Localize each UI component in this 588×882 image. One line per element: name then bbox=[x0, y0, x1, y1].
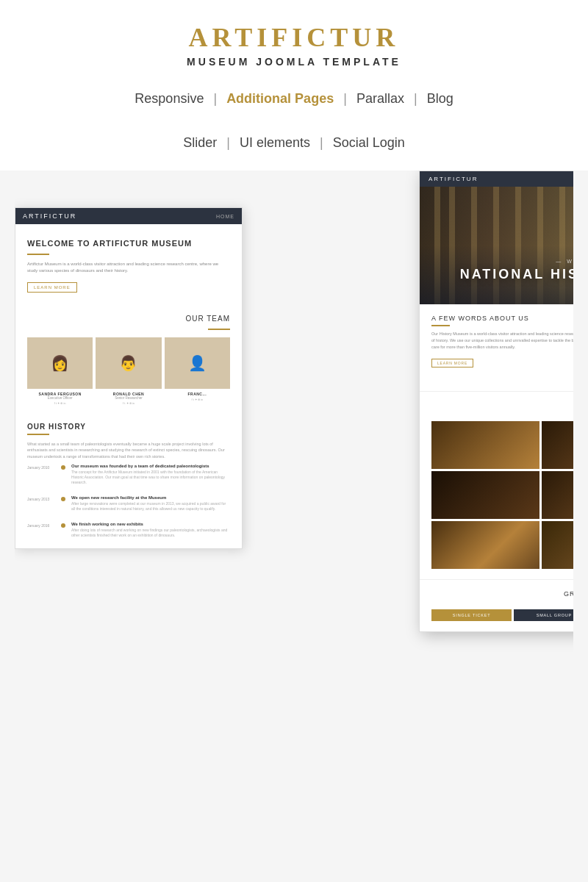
timeline-desc-3: After doing lots of research and working… bbox=[71, 528, 230, 538]
feature-parallax: Parallax bbox=[356, 91, 404, 106]
team-photos: 👩 👨 👤 bbox=[27, 337, 230, 389]
hero-dots bbox=[420, 294, 573, 298]
gallery-item-7[interactable] bbox=[542, 521, 573, 569]
team-member-info: SANDRA FERGUSON Executive Officer f t ✦ … bbox=[27, 392, 230, 405]
timeline-content-1: Our museum was founded by a team of dedi… bbox=[71, 464, 230, 490]
gallery-title: GALLERY bbox=[431, 402, 573, 409]
left-history-section: OUR HISTORY What started as a small team… bbox=[15, 412, 242, 542]
pricing-section: Group Pricing SINGLE TICKET SMALL GROUP … bbox=[420, 580, 573, 631]
left-nav-brand: ARTIFICTUR bbox=[23, 212, 76, 220]
hero-section: — WELCOME TO — NATIONAL HISTORICAL MUSEU… bbox=[420, 187, 573, 304]
timeline-date-1: January 2010 bbox=[27, 464, 55, 490]
gallery-item-4[interactable] bbox=[431, 471, 539, 519]
member-social-1: f t ✦ ⊕ in bbox=[27, 401, 93, 405]
left-welcome-section: WELCOME TO ARTIFICTUR MUSEUM Artifictur … bbox=[15, 224, 242, 307]
brand-subtitle: MUSEUM JOOMLA TEMPLATE bbox=[15, 56, 573, 68]
left-team-title: OUR TEAM bbox=[27, 315, 230, 323]
about-learn-btn[interactable]: LEARN MORE bbox=[431, 359, 473, 368]
team-person-icon-2: 👨 bbox=[96, 337, 161, 389]
pricing-tab-single[interactable]: SINGLE TICKET bbox=[431, 609, 512, 621]
about-underline bbox=[431, 325, 450, 326]
about-desc: Our History Museum is a world-class visi… bbox=[431, 331, 573, 350]
hero-title: NATIONAL HISTORICAL MUSEUM bbox=[420, 267, 573, 282]
timeline-title-1: Our museum was founded by a team of dedi… bbox=[71, 464, 230, 468]
timeline-item-1: January 2010 Our museum was founded by a… bbox=[27, 464, 230, 490]
left-welcome-title: WELCOME TO ARTIFICTUR MUSEUM bbox=[27, 239, 230, 248]
gallery-item-1[interactable] bbox=[431, 421, 539, 469]
timeline-title-2: We open new research facility at the Mus… bbox=[71, 495, 230, 500]
left-mockup: ARTIFICTUR HOME WELCOME TO ARTIFICTUR MU… bbox=[15, 207, 243, 549]
timeline: January 2010 Our museum was founded by a… bbox=[27, 464, 230, 542]
gallery-item-5[interactable] bbox=[542, 471, 573, 519]
preview-wrapper: ARTIFICTUR HOME WELCOME TO ARTIFICTUR MU… bbox=[15, 171, 573, 869]
feature-social-login: Social Login bbox=[333, 135, 405, 150]
feature-responsive: Responsive bbox=[135, 91, 204, 106]
left-history-title: OUR HISTORY bbox=[27, 423, 230, 431]
timeline-dot-2 bbox=[61, 497, 65, 501]
hero-text: — WELCOME TO — NATIONAL HISTORICAL MUSEU… bbox=[420, 259, 573, 282]
sep2: | bbox=[343, 91, 347, 106]
right-mockup: ARTIFICTUR HOME ABOUT PAGES BLOG GALLERY… bbox=[419, 171, 573, 632]
pricing-title: Group Pricing bbox=[431, 590, 573, 598]
sep3: | bbox=[414, 91, 417, 106]
left-history-underline bbox=[27, 434, 49, 435]
team-photo-1: 👩 bbox=[27, 337, 93, 389]
about-section: A FEW WORDS ABOUT US Our History Museum … bbox=[420, 304, 573, 392]
team-person-icon-1: 👩 bbox=[27, 337, 93, 389]
sep1: | bbox=[213, 91, 217, 106]
right-nav-brand: ARTIFICTUR bbox=[429, 176, 478, 182]
gallery-item-2[interactable] bbox=[542, 421, 573, 469]
timeline-dot-1 bbox=[61, 465, 65, 470]
timeline-title-3: We finish working on new exhibits bbox=[71, 522, 230, 526]
feature-slider: Slider bbox=[183, 135, 217, 150]
header: ARTIFICTUR MUSEUM JOOMLA TEMPLATE Respon… bbox=[0, 0, 588, 171]
feature-blog: Blog bbox=[427, 91, 453, 106]
right-preview: ARTIFICTUR HOME ABOUT PAGES BLOG GALLERY… bbox=[213, 171, 573, 632]
gallery-item-6[interactable] bbox=[431, 521, 539, 569]
timeline-desc-2: After large renovations were completed a… bbox=[71, 501, 230, 512]
left-team-section: OUR TEAM 👩 👨 👤 SANDRA FERGUSON bbox=[15, 307, 242, 412]
gallery-grid: PHOTO #3 bbox=[431, 421, 573, 569]
right-nav-bar: ARTIFICTUR HOME ABOUT PAGES BLOG GALLERY… bbox=[420, 171, 573, 187]
team-photo-2: 👨 bbox=[96, 337, 161, 389]
features-line-1: Responsive | Additional Pages | Parallax… bbox=[15, 85, 573, 112]
gallery-section: GALLERY PHOTO #3 bbox=[420, 392, 573, 580]
timeline-content-3: We finish working on new exhibits After … bbox=[71, 522, 230, 542]
timeline-dot-3 bbox=[61, 523, 65, 528]
timeline-item-3: January 2016 We finish working on new ex… bbox=[27, 522, 230, 542]
member-role-1: Executive Officer bbox=[27, 396, 93, 400]
about-text: A FEW WORDS ABOUT US Our History Museum … bbox=[431, 315, 573, 381]
features-line-2: Slider | UI elements | Social Login bbox=[15, 129, 573, 156]
left-welcome-body: Artifictur Museum is a world-class visit… bbox=[27, 261, 230, 274]
hero-welcome-small: — WELCOME TO — bbox=[420, 259, 573, 264]
timeline-date-3: January 2016 bbox=[27, 522, 55, 542]
sep5: | bbox=[320, 135, 323, 150]
member-card-2: RONALD CHEN Senior Researcher f t ✦ ⊕ in bbox=[96, 392, 161, 405]
member-role-2: Senior Researcher bbox=[96, 396, 161, 400]
left-history-intro: What started as a small team of paleonto… bbox=[27, 441, 230, 459]
member-social-2: f t ✦ ⊕ in bbox=[96, 401, 161, 405]
left-nav-bar: ARTIFICTUR HOME bbox=[15, 208, 242, 224]
left-welcome-underline bbox=[27, 254, 49, 255]
brand-title: ARTIFICTUR bbox=[15, 22, 573, 53]
timeline-desc-1: The concept for the Artifictur Museum in… bbox=[71, 470, 230, 485]
sep4: | bbox=[226, 135, 230, 150]
pricing-tab-small[interactable]: SMALL GROUP bbox=[514, 609, 573, 621]
feature-ui-elements: UI elements bbox=[240, 135, 310, 150]
about-title: A FEW WORDS ABOUT US bbox=[431, 315, 573, 322]
timeline-content-2: We open new research facility at the Mus… bbox=[71, 495, 230, 516]
timeline-item-2: January 2013 We open new research facili… bbox=[27, 495, 230, 516]
feature-additional-pages: Additional Pages bbox=[226, 91, 334, 106]
timeline-date-2: January 2013 bbox=[27, 495, 55, 516]
member-card-1: SANDRA FERGUSON Executive Officer f t ✦ … bbox=[27, 392, 93, 405]
left-learn-btn[interactable]: LEARN MORE bbox=[27, 282, 77, 293]
pricing-tabs: SINGLE TICKET SMALL GROUP STANDARD GROUP… bbox=[431, 609, 573, 621]
